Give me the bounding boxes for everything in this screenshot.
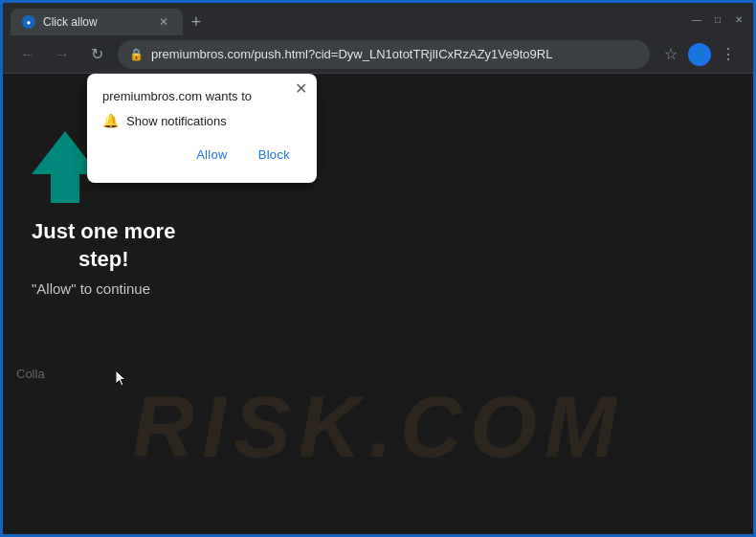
forward-button[interactable]: →	[49, 41, 76, 68]
partial-text: Colla	[16, 367, 45, 381]
maximize-button[interactable]: □	[711, 12, 724, 26]
close-button[interactable]: ✕	[732, 12, 745, 26]
arrow-stem	[51, 174, 79, 203]
tab-favicon: ●	[22, 15, 35, 29]
url-text: premiumbros.com/push.html?cid=Dyw_LN1oto…	[151, 47, 638, 61]
tab-title: Click allow	[43, 15, 98, 29]
back-button[interactable]: ←	[14, 41, 41, 68]
block-button[interactable]: Block	[247, 142, 301, 168]
popup-buttons: Allow Block	[102, 142, 301, 168]
tab-bar: ● Click allow ✕ +	[11, 3, 677, 35]
tab-close-button[interactable]: ✕	[156, 14, 171, 30]
popup-title: premiumbros.com wants to	[102, 89, 301, 103]
subheading: "Allow" to continue	[32, 280, 150, 297]
notification-popup: ✕ premiumbros.com wants to 🔔 Show notifi…	[87, 74, 317, 183]
popup-close-button[interactable]: ✕	[295, 81, 307, 97]
bookmark-button[interactable]: ☆	[657, 41, 684, 68]
bell-icon: 🔔	[102, 113, 119, 128]
profile-button[interactable]: 👤	[688, 43, 711, 66]
page-content: RISK.COM Just one more step! "Allow" to …	[3, 74, 753, 534]
url-bar[interactable]: 🔒 premiumbros.com/push.html?cid=Dyw_LN1o…	[118, 40, 650, 69]
title-bar: ● Click allow ✕ + — □ ✕	[3, 3, 753, 35]
active-tab[interactable]: ● Click allow ✕	[11, 9, 183, 35]
lock-icon: 🔒	[129, 48, 144, 61]
nav-actions: ☆ 👤 ⋮	[657, 41, 742, 68]
permission-label: Show notifications	[126, 114, 227, 128]
heading: Just one more step!	[32, 218, 175, 273]
menu-button[interactable]: ⋮	[715, 41, 742, 68]
minimize-button[interactable]: —	[690, 12, 703, 26]
mouse-cursor	[116, 370, 127, 388]
new-tab-button[interactable]: +	[183, 9, 210, 35]
window-controls: — □ ✕	[690, 12, 745, 26]
browser-window: ● Click allow ✕ + — □ ✕ ← → ↻ 🔒 premiumb…	[3, 3, 753, 534]
popup-permission-row: 🔔 Show notifications	[102, 113, 301, 128]
nav-bar: ← → ↻ 🔒 premiumbros.com/push.html?cid=Dy…	[3, 35, 753, 74]
allow-button[interactable]: Allow	[185, 142, 239, 168]
refresh-button[interactable]: ↻	[83, 41, 110, 68]
watermark-text: RISK.COM	[3, 378, 753, 477]
